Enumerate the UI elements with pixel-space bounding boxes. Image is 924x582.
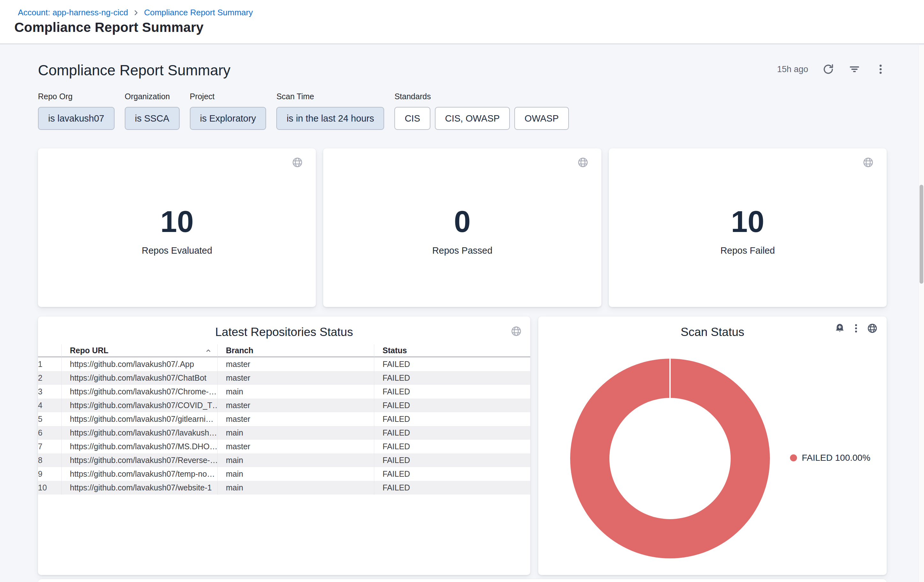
globe-icon[interactable] bbox=[292, 157, 303, 168]
filter-label: Repo Org bbox=[38, 92, 115, 101]
row-number: 9 bbox=[38, 467, 61, 481]
repo-url-cell[interactable]: https://github.com/lavakush07/Reverse-… bbox=[61, 453, 217, 467]
stat-tiles: 10Repos Evaluated0Repos Passed10Repos Fa… bbox=[38, 148, 887, 307]
repo-url-cell[interactable]: https://github.com/lavakush07/lavakush… bbox=[61, 426, 217, 440]
status-cell: FAILED bbox=[374, 357, 530, 371]
status-cell: FAILED bbox=[374, 412, 530, 426]
app-header: Account: app-harness-ng-cicd Compliance … bbox=[0, 0, 924, 45]
table-row[interactable]: 10https://github.com/lavakush07/website-… bbox=[38, 481, 530, 495]
breadcrumb: Account: app-harness-ng-cicd Compliance … bbox=[18, 8, 253, 18]
globe-icon[interactable] bbox=[577, 157, 589, 168]
page-title: Compliance Report Summary bbox=[14, 20, 203, 35]
table-row[interactable]: 1https://github.com/lavakush07/.Appmaste… bbox=[38, 357, 530, 371]
table-row[interactable]: 7https://github.com/lavakush07/MS.DHO…ma… bbox=[38, 440, 530, 453]
status-cell: FAILED bbox=[374, 440, 530, 453]
filter-chip[interactable]: is Exploratory bbox=[190, 107, 266, 130]
branch-cell: main bbox=[217, 426, 374, 440]
row-number: 3 bbox=[38, 385, 61, 399]
breadcrumb-page-link[interactable]: Compliance Report Summary bbox=[144, 8, 253, 18]
stat-tile-repos-passed: 0Repos Passed bbox=[323, 148, 601, 307]
filter-label: Scan Time bbox=[276, 92, 384, 101]
stat-tile-repos-failed: 10Repos Failed bbox=[609, 148, 887, 307]
dashboard-toolbar: 15h ago bbox=[777, 63, 887, 75]
globe-icon[interactable] bbox=[510, 325, 522, 337]
repo-url-cell[interactable]: https://github.com/lavakush07/MS.DHO… bbox=[61, 440, 217, 453]
scrollbar-track[interactable] bbox=[918, 45, 924, 582]
filter-group-standards: StandardsCISCIS, OWASPOWASP bbox=[394, 92, 569, 130]
branch-cell: main bbox=[217, 453, 374, 467]
filter-chip[interactable]: OWASP bbox=[514, 107, 569, 130]
globe-icon[interactable] bbox=[867, 323, 878, 334]
status-cell: FAILED bbox=[374, 481, 530, 495]
refresh-icon[interactable] bbox=[822, 63, 834, 75]
repo-table: Repo URL Branch Status 1https://github.c… bbox=[38, 345, 530, 495]
filter-chip[interactable]: is in the last 24 hours bbox=[276, 107, 384, 130]
row-number: 7 bbox=[38, 440, 61, 453]
branch-cell: master bbox=[217, 357, 374, 371]
legend-failed-dot bbox=[790, 454, 797, 462]
filter-chip-row: is SSCA bbox=[125, 107, 180, 130]
filter-bar: Repo Orgis lavakush07Organizationis SSCA… bbox=[38, 92, 887, 130]
filter-chip[interactable]: is lavakush07 bbox=[38, 107, 115, 130]
stat-value: 10 bbox=[609, 206, 887, 238]
filter-label: Organization bbox=[125, 92, 180, 101]
filter-chip[interactable]: CIS, OWASP bbox=[435, 107, 510, 130]
repo-table-body: 1https://github.com/lavakush07/.Appmaste… bbox=[38, 357, 530, 495]
table-row[interactable]: 4https://github.com/lavakush07/COVID_T…m… bbox=[38, 399, 530, 412]
filter-chip[interactable]: CIS bbox=[394, 107, 430, 130]
status-cell: FAILED bbox=[374, 371, 530, 385]
repo-url-cell[interactable]: https://github.com/lavakush07/.App bbox=[61, 357, 217, 371]
table-row[interactable]: 6https://github.com/lavakush07/lavakush…… bbox=[38, 426, 530, 440]
branch-cell: main bbox=[217, 467, 374, 481]
row-number: 6 bbox=[38, 426, 61, 440]
status-cell: FAILED bbox=[374, 453, 530, 467]
filter-group-repo-org: Repo Orgis lavakush07 bbox=[38, 92, 115, 130]
table-row[interactable]: 5https://github.com/lavakush07/gitlearni… bbox=[38, 412, 530, 426]
stat-tile-repos-evaluated: 10Repos Evaluated bbox=[38, 148, 316, 307]
branch-column-header[interactable]: Branch bbox=[217, 344, 374, 357]
scrollbar-thumb[interactable] bbox=[919, 185, 923, 284]
table-row[interactable]: 3https://github.com/lavakush07/Chrome-…m… bbox=[38, 385, 530, 399]
branch-cell: main bbox=[217, 481, 374, 495]
filter-chip[interactable]: is SSCA bbox=[125, 107, 180, 130]
filter-chip-row: is Exploratory bbox=[190, 107, 266, 130]
stat-label: Repos Passed bbox=[323, 246, 601, 256]
legend-failed-label[interactable]: FAILED 100.00% bbox=[802, 453, 870, 463]
branch-cell: master bbox=[217, 371, 374, 385]
alert-bell-plus-icon[interactable] bbox=[834, 323, 845, 334]
repo-url-cell[interactable]: https://github.com/lavakush07/gitlearni… bbox=[61, 412, 217, 426]
row-number: 4 bbox=[38, 399, 61, 412]
branch-cell: master bbox=[217, 440, 374, 453]
kebab-menu-icon[interactable] bbox=[874, 63, 887, 75]
filter-group-project: Projectis Exploratory bbox=[190, 92, 266, 130]
filter-chip-row: is lavakush07 bbox=[38, 107, 115, 130]
stat-tile-content: 10Repos Evaluated bbox=[38, 206, 316, 256]
repo-url-cell[interactable]: https://github.com/lavakush07/temp-no… bbox=[61, 467, 217, 481]
row-number: 5 bbox=[38, 412, 61, 426]
repo-url-column-header[interactable]: Repo URL bbox=[61, 344, 217, 357]
row-number-column-header bbox=[38, 344, 61, 357]
stat-tile-content: 10Repos Failed bbox=[609, 206, 887, 256]
stat-value: 0 bbox=[323, 206, 601, 238]
repo-url-cell[interactable]: https://github.com/lavakush07/website-1 bbox=[61, 481, 217, 495]
filter-group-scan-time: Scan Timeis in the last 24 hours bbox=[276, 92, 384, 130]
filter-icon[interactable] bbox=[848, 63, 861, 75]
globe-icon[interactable] bbox=[863, 157, 874, 168]
kebab-menu-icon[interactable] bbox=[851, 323, 861, 334]
scan-status-donut-chart[interactable] bbox=[570, 359, 770, 558]
sort-ascending-icon[interactable] bbox=[205, 347, 212, 354]
table-row[interactable]: 2https://github.com/lavakush07/ChatBotma… bbox=[38, 371, 530, 385]
repo-url-cell[interactable]: https://github.com/lavakush07/ChatBot bbox=[61, 371, 217, 385]
table-row[interactable]: 9https://github.com/lavakush07/temp-no…m… bbox=[38, 467, 530, 481]
table-row[interactable]: 8https://github.com/lavakush07/Reverse-…… bbox=[38, 453, 530, 467]
row-number: 1 bbox=[38, 357, 61, 371]
row-number: 2 bbox=[38, 371, 61, 385]
repo-url-cell[interactable]: https://github.com/lavakush07/COVID_T… bbox=[61, 399, 217, 412]
filter-label: Project bbox=[190, 92, 266, 101]
donut-slice-boundary bbox=[669, 359, 671, 398]
dashboard-title: Compliance Report Summary bbox=[38, 62, 230, 79]
breadcrumb-account-link[interactable]: Account: app-harness-ng-cicd bbox=[18, 8, 128, 18]
status-cell: FAILED bbox=[374, 385, 530, 399]
repo-url-cell[interactable]: https://github.com/lavakush07/Chrome-… bbox=[61, 385, 217, 399]
status-column-header[interactable]: Status bbox=[374, 344, 530, 357]
